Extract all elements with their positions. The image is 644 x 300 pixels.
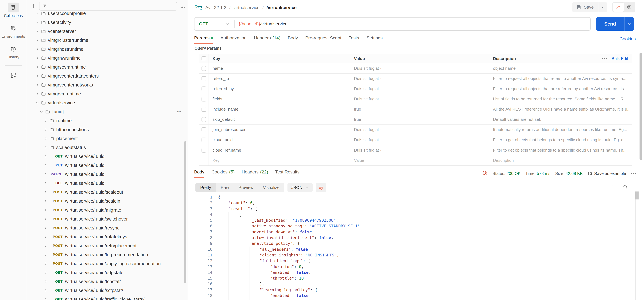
param-key[interactable]: refers_to bbox=[209, 74, 350, 84]
rail-item-environments[interactable]: Environments bbox=[2, 23, 25, 39]
chevron-right-icon[interactable] bbox=[43, 217, 48, 221]
param-description[interactable]: Filter to get objects that belongs to a … bbox=[489, 135, 632, 145]
param-description[interactable]: All the Avi REST reference URIs have a n… bbox=[489, 104, 632, 114]
param-value[interactable]: true bbox=[350, 114, 489, 125]
sidebar-more-button[interactable] bbox=[180, 4, 186, 11]
breadcrumb-request[interactable]: /virtualservice bbox=[266, 5, 296, 10]
url-input[interactable]: {{baseUrl}}/virtualservice bbox=[239, 21, 288, 26]
select-all-checkbox[interactable] bbox=[202, 56, 206, 61]
wrap-lines-button[interactable] bbox=[316, 183, 326, 192]
item-more-button[interactable]: ••• bbox=[176, 109, 182, 114]
edit-documentation-button[interactable] bbox=[613, 2, 624, 12]
param-value[interactable]: Duis sit fugiat · bbox=[350, 74, 489, 84]
param-key[interactable]: fields bbox=[209, 94, 350, 104]
breadcrumb-collection[interactable]: Avi_22.1.3 bbox=[205, 5, 226, 10]
param-checkbox[interactable] bbox=[202, 127, 206, 132]
param-key[interactable]: skip_default bbox=[209, 114, 350, 125]
tree-folder-item[interactable]: httpconnections bbox=[27, 125, 187, 134]
param-description[interactable]: object name bbox=[489, 63, 632, 73]
param-description[interactable]: List of fields to be returned for the re… bbox=[489, 94, 632, 104]
param-key[interactable]: cloud_uuid bbox=[209, 135, 350, 145]
chevron-right-icon[interactable] bbox=[43, 172, 48, 177]
param-checkbox[interactable] bbox=[202, 117, 206, 122]
view-pretty[interactable]: Pretty bbox=[196, 183, 216, 192]
tree-folder-item[interactable]: {uuid}••• bbox=[27, 107, 187, 116]
param-value[interactable]: true bbox=[350, 104, 489, 114]
method-selector[interactable]: GET bbox=[194, 21, 234, 26]
chevron-right-icon[interactable] bbox=[43, 297, 48, 300]
tree-request-item[interactable]: POST/virtualservice/:uuid/apply-log-reco… bbox=[27, 259, 187, 268]
tree-request-item[interactable]: DEL/virtualservice/:uuid bbox=[27, 179, 187, 188]
rail-item-collections[interactable]: Collections bbox=[4, 2, 23, 18]
copy-response-button[interactable] bbox=[610, 184, 616, 190]
request-tab-body[interactable]: Body bbox=[288, 35, 298, 43]
tree-request-item[interactable]: GET/virtualservice/:uuid/udpstat/ bbox=[27, 268, 187, 277]
param-checkbox[interactable] bbox=[202, 97, 206, 102]
send-button[interactable]: Send bbox=[596, 17, 634, 31]
response-body-json[interactable]: 1{2"count": 6,3"results": [4{5"_last_mod… bbox=[197, 194, 629, 300]
tree-request-item[interactable]: POST/virtualservice/:uuid/log-recommenda… bbox=[27, 250, 187, 259]
save-button[interactable]: Save bbox=[572, 2, 598, 12]
chevron-right-icon[interactable] bbox=[35, 20, 40, 25]
chevron-right-icon[interactable] bbox=[43, 145, 48, 150]
chevron-right-icon[interactable] bbox=[43, 181, 48, 186]
tree-folder-item[interactable]: virtualservice bbox=[27, 98, 187, 107]
search-response-button[interactable] bbox=[622, 184, 628, 190]
tree-folder-item[interactable]: runtime bbox=[27, 116, 187, 125]
chevron-right-icon[interactable] bbox=[35, 83, 40, 87]
param-description[interactable]: Filter to request all objects that are r… bbox=[489, 84, 632, 94]
tree-request-item[interactable]: PATCH/virtualservice/:uuid bbox=[27, 170, 187, 179]
params-more-button[interactable]: ••• bbox=[602, 56, 608, 61]
chevron-right-icon[interactable] bbox=[43, 154, 48, 159]
param-key[interactable]: referred_by bbox=[209, 84, 350, 94]
chevron-right-icon[interactable] bbox=[35, 65, 40, 69]
param-description[interactable]: It automatically returns additional depe… bbox=[489, 125, 632, 135]
param-checkbox[interactable] bbox=[202, 148, 206, 152]
param-key[interactable]: cloud_ref.name bbox=[209, 145, 350, 155]
chevron-right-icon[interactable] bbox=[43, 279, 48, 284]
tree-folder-item[interactable]: vimgrvcenternetworks bbox=[27, 80, 187, 89]
chevron-right-icon[interactable] bbox=[43, 208, 48, 212]
tree-folder-item[interactable]: useractivity bbox=[27, 18, 187, 27]
chevron-right-icon[interactable] bbox=[43, 252, 48, 257]
response-more-button[interactable]: ••• bbox=[631, 171, 636, 176]
request-tab-authorization[interactable]: Authorization bbox=[220, 35, 246, 43]
chevron-right-icon[interactable] bbox=[43, 190, 48, 194]
save-as-example-button[interactable]: Save as example bbox=[588, 171, 626, 176]
tree-folder-item[interactable]: vimgrsevmruntime bbox=[27, 63, 187, 71]
tree-request-item[interactable]: GET/virtualservice/:uuid/tcpstat/ bbox=[27, 277, 187, 286]
chevron-right-icon[interactable] bbox=[35, 38, 40, 43]
language-selector[interactable]: JSON bbox=[288, 183, 312, 192]
chevron-right-icon[interactable] bbox=[35, 74, 40, 78]
comments-button[interactable] bbox=[624, 2, 635, 12]
tree-request-item[interactable]: POST/virtualservice/:uuid/migrate bbox=[27, 205, 187, 214]
chevron-right-icon[interactable] bbox=[39, 109, 44, 114]
tree-request-item[interactable]: GET/virtualservice/:uuid/traffic_clone_s… bbox=[27, 295, 187, 300]
tree-request-item[interactable]: POST/virtualservice/:uuid/rotatekeys bbox=[27, 232, 187, 241]
save-options-button[interactable] bbox=[598, 2, 607, 12]
new-key-input[interactable]: Key bbox=[209, 155, 350, 165]
tree-folder-item[interactable]: vimgrvcenterdatacenters bbox=[27, 71, 187, 80]
param-value[interactable]: Duis sit fugiat · bbox=[350, 125, 489, 135]
chevron-right-icon[interactable] bbox=[35, 47, 40, 52]
response-tab-cookies[interactable]: Cookies(5) bbox=[212, 169, 234, 177]
request-tab-tests[interactable]: Tests bbox=[349, 35, 359, 43]
request-tab-settings[interactable]: Settings bbox=[366, 35, 382, 43]
tree-folder-item[interactable]: scaleoutstatus bbox=[27, 143, 187, 152]
param-checkbox[interactable] bbox=[202, 107, 206, 112]
chevron-right-icon[interactable] bbox=[35, 29, 40, 34]
response-tab-headers[interactable]: Headers(22) bbox=[242, 169, 268, 177]
param-description[interactable]: Default values are not set. bbox=[489, 114, 632, 125]
view-visualize[interactable]: Visualize bbox=[258, 183, 284, 192]
select-all-cell[interactable] bbox=[199, 54, 209, 63]
chevron-right-icon[interactable] bbox=[43, 199, 48, 203]
chevron-right-icon[interactable] bbox=[35, 12, 40, 16]
param-checkbox[interactable] bbox=[202, 76, 206, 81]
response-tab-test-results[interactable]: Test Results bbox=[275, 169, 300, 177]
tree-request-item[interactable]: POST/virtualservice/:uuid/scaleout bbox=[27, 188, 187, 197]
response-tab-body[interactable]: Body bbox=[194, 169, 204, 178]
tree-request-item[interactable]: POST/virtualservice/:uuid/scalein bbox=[27, 197, 187, 205]
main-scrollbar[interactable] bbox=[640, 53, 642, 160]
network-warning-icon[interactable] bbox=[482, 170, 488, 177]
param-checkbox[interactable] bbox=[202, 87, 206, 91]
